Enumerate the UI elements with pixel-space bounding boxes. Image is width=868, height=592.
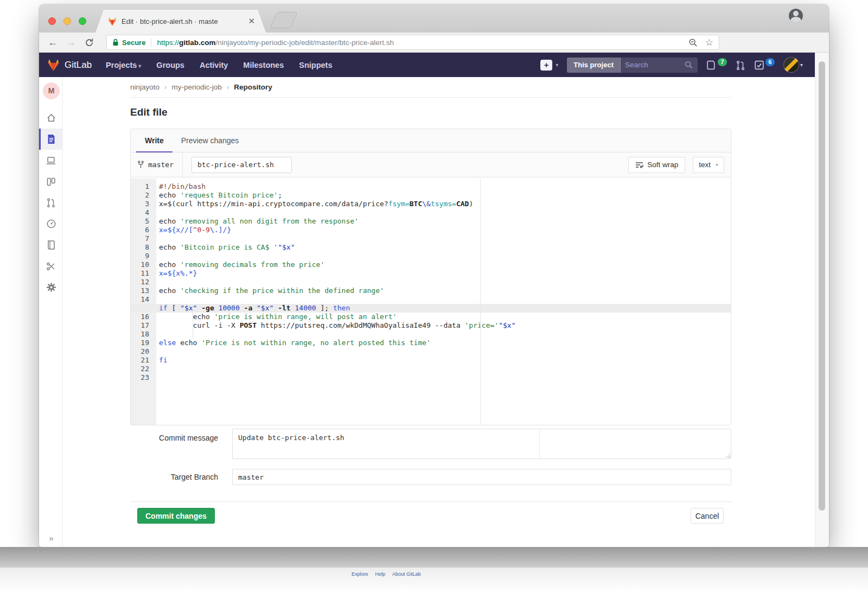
scrollbar-thumb[interactable]: [819, 61, 825, 511]
code-line[interactable]: [156, 278, 731, 287]
sidebar-item-repository[interactable]: [39, 129, 63, 150]
minimize-window-button[interactable]: [63, 17, 71, 25]
nav-activity[interactable]: Activity: [200, 61, 228, 69]
sidebar-item-home[interactable]: [39, 107, 63, 129]
gutter-line-number[interactable]: 19: [131, 339, 156, 347]
code-line[interactable]: [156, 252, 731, 260]
code-line[interactable]: [156, 295, 731, 304]
code-editor[interactable]: 1234567891011121314151617181920212223 #!…: [131, 179, 731, 425]
gutter-line-number[interactable]: 2: [131, 191, 156, 200]
footer-link-explore[interactable]: Explore: [352, 571, 368, 577]
nav-projects[interactable]: Projects▾: [106, 61, 141, 69]
footer-link-help[interactable]: Help: [375, 571, 386, 577]
search-input[interactable]: [621, 61, 685, 69]
gutter-line-number[interactable]: 21: [131, 356, 156, 365]
close-window-button[interactable]: [48, 17, 56, 25]
gutter-line-number[interactable]: 13: [131, 287, 156, 295]
tab-preview-changes[interactable]: Preview changes: [173, 129, 248, 152]
code-line[interactable]: echo 'price is within range, will post a…: [156, 313, 731, 321]
code-line[interactable]: #!/bin/bash: [156, 182, 731, 191]
code-line[interactable]: x=${x//[^0-9\.]/}: [156, 226, 731, 234]
sidebar-item-ci-cd[interactable]: [39, 213, 63, 234]
sidebar-item-wiki[interactable]: [39, 234, 63, 256]
gutter-line-number[interactable]: 7: [131, 234, 156, 243]
gitlab-brand[interactable]: GitLab: [65, 60, 92, 71]
todos-button[interactable]: 6: [754, 60, 775, 71]
code-line[interactable]: echo 'removing decimals from the price': [156, 260, 731, 269]
code-line[interactable]: [156, 234, 731, 243]
gutter-line-number[interactable]: 11: [131, 269, 156, 278]
tab-close-icon[interactable]: ✕: [248, 16, 255, 26]
gutter-line-number[interactable]: 8: [131, 243, 156, 252]
commit-message-input[interactable]: Update btc-price-alert.sh: [233, 429, 731, 459]
gutter-line-number[interactable]: 17: [131, 321, 156, 330]
soft-wrap-button[interactable]: Soft wrap: [628, 157, 685, 173]
code-line[interactable]: [156, 365, 731, 373]
gutter-line-number[interactable]: 6: [131, 226, 156, 234]
code-line[interactable]: echo 'removing all non digit from the re…: [156, 217, 731, 226]
gutter-line-number[interactable]: 14: [131, 295, 156, 304]
sidebar-item-issue-boards[interactable]: [39, 171, 63, 192]
search-scope-button[interactable]: This project: [567, 58, 621, 73]
gutter-line-number[interactable]: 12: [131, 278, 156, 287]
code-line[interactable]: curl -i -X POST https://putsreq.com/wkDd…: [156, 321, 731, 330]
sidebar-item-merge-requests[interactable]: [39, 192, 63, 213]
page-scrollbar[interactable]: [815, 53, 829, 547]
gutter-line-number[interactable]: 23: [131, 373, 156, 382]
filename-input[interactable]: [192, 157, 292, 173]
zoom-window-button[interactable]: [79, 17, 86, 25]
gutter-line-number[interactable]: 10: [131, 260, 156, 269]
breadcrumb-project[interactable]: my-periodic-job: [172, 83, 222, 91]
mode-select[interactable]: text ▾: [693, 157, 724, 173]
sidebar-collapse-button[interactable]: »: [39, 533, 63, 543]
user-menu[interactable]: ▾: [783, 57, 803, 73]
sidebar-item-snippets[interactable]: [39, 256, 63, 277]
code-line[interactable]: echo 'checking if the price within the d…: [156, 287, 731, 295]
gutter-line-number[interactable]: 22: [131, 365, 156, 373]
gutter-line-number[interactable]: 9: [131, 252, 156, 260]
code-line[interactable]: echo 'Bitcoin price is CA$ '"$x": [156, 243, 731, 252]
zoom-page-icon[interactable]: [688, 38, 698, 47]
cancel-button[interactable]: Cancel: [691, 508, 724, 524]
nav-groups[interactable]: Groups: [156, 61, 184, 69]
merge-requests-button[interactable]: [736, 60, 745, 71]
nav-snippets[interactable]: Snippets: [299, 61, 332, 69]
code-line[interactable]: if [ "$x" -ge 10000 -a "$x" -lt 14000 ];…: [131, 304, 731, 313]
breadcrumb-namespace[interactable]: ninjayoto: [130, 83, 159, 91]
new-tab-button[interactable]: [270, 12, 297, 28]
omnibox[interactable]: Secure https://gitlab.com/ninjayoto/my-p…: [106, 35, 719, 50]
browser-tab[interactable]: Edit · btc-price-alert.sh · maste ✕: [95, 10, 266, 33]
code-line[interactable]: x=$(curl https://min-api.cryptocompare.c…: [156, 200, 731, 208]
code-line[interactable]: else echo 'Price is not within range, no…: [156, 339, 731, 347]
project-avatar[interactable]: M: [43, 82, 60, 99]
bookmark-star-icon[interactable]: ☆: [705, 37, 713, 48]
tab-write[interactable]: Write: [136, 129, 173, 152]
gutter-line-number[interactable]: 5: [131, 217, 156, 226]
code-line[interactable]: [156, 330, 731, 339]
target-branch-input[interactable]: [232, 469, 731, 485]
back-button[interactable]: ←: [48, 37, 58, 47]
gutter-line-number[interactable]: 18: [131, 330, 156, 339]
gutter-line-number[interactable]: 4: [131, 208, 156, 217]
commit-changes-button[interactable]: Commit changes: [137, 508, 215, 524]
code-line[interactable]: [156, 373, 731, 382]
gutter-line-number[interactable]: 16: [131, 313, 156, 321]
gutter-line-number[interactable]: 1: [131, 182, 156, 191]
new-menu-button[interactable]: +▾: [540, 60, 558, 71]
browser-profile-icon[interactable]: [789, 9, 803, 23]
sidebar-item-container-registry[interactable]: [39, 150, 63, 171]
forward-button[interactable]: →: [66, 37, 76, 47]
code-line[interactable]: fi: [156, 356, 731, 365]
gutter-line-number[interactable]: 20: [131, 347, 156, 356]
code-line[interactable]: [156, 347, 731, 356]
footer-link-about[interactable]: About GitLab: [392, 571, 421, 577]
code-line[interactable]: echo 'request Bitcoin price';: [156, 191, 731, 200]
code-line[interactable]: x=${x%.*}: [156, 269, 731, 278]
gutter-line-number[interactable]: 3: [131, 200, 156, 208]
gitlab-logo[interactable]: [47, 59, 60, 72]
reload-button[interactable]: [85, 38, 94, 47]
sidebar-item-settings[interactable]: [39, 277, 63, 298]
issues-button[interactable]: 7: [706, 60, 727, 71]
code-line[interactable]: [156, 208, 731, 217]
nav-milestones[interactable]: Milestones: [243, 61, 284, 69]
